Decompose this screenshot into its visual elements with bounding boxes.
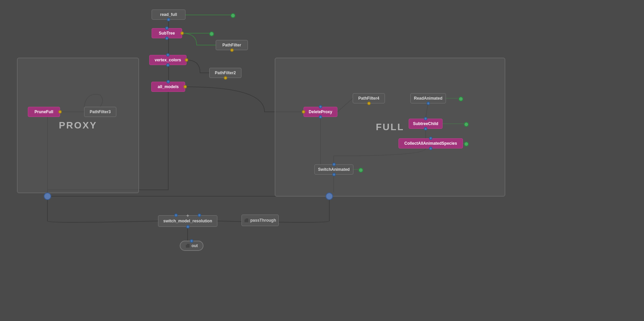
node-pathfilter[interactable]: PathFilter	[216, 40, 248, 50]
passthrough-icon: ⬛	[244, 218, 249, 223]
node-vertex-colors[interactable]: vertex_colors	[149, 55, 187, 65]
e-port-readanimated	[458, 97, 463, 101]
node-pathfilter4[interactable]: PathFilter4	[353, 93, 385, 103]
node-pathfilter2[interactable]: PathFilter2	[209, 68, 241, 78]
proxy-region: PROXY	[17, 58, 139, 193]
node-deleteproxy[interactable]: DeleteProxy	[304, 107, 337, 117]
plus-icon: +	[186, 213, 189, 218]
node-collectall[interactable]: CollectAllAnimatedSpecies	[398, 138, 463, 148]
e-port-subtree	[209, 32, 214, 36]
node-all-models[interactable]: all_models	[151, 82, 185, 92]
proxy-label: PROXY	[59, 120, 97, 131]
node-passthrough[interactable]: ⬛ passThrough	[241, 215, 279, 226]
junction-left	[44, 193, 51, 200]
node-read-full[interactable]: read_full	[152, 9, 186, 20]
node-switchanimated[interactable]: SwitchAnimated	[314, 164, 353, 175]
junction-right	[326, 193, 333, 200]
full-region: FULL	[275, 58, 505, 197]
node-prunefull[interactable]: PruneFull	[28, 107, 60, 117]
e-port-readfull	[231, 13, 235, 18]
e-port-collectall	[464, 142, 469, 146]
e-port-subtreechild	[464, 122, 469, 127]
e-port-switchanimated	[358, 168, 363, 173]
out-icon: ⬛	[186, 244, 190, 248]
node-subtreechild[interactable]: SubtreeChild	[409, 119, 443, 129]
node-readanimated[interactable]: ReadAnimated	[410, 93, 446, 103]
node-out[interactable]: ⬛ out	[180, 241, 203, 251]
node-subtree[interactable]: SubTree	[152, 28, 182, 38]
full-label: FULL	[376, 122, 404, 133]
node-switch-model-resolution[interactable]: + switch_model_resolution	[158, 215, 217, 227]
node-pathfilter3[interactable]: PathFilter3	[84, 107, 116, 117]
